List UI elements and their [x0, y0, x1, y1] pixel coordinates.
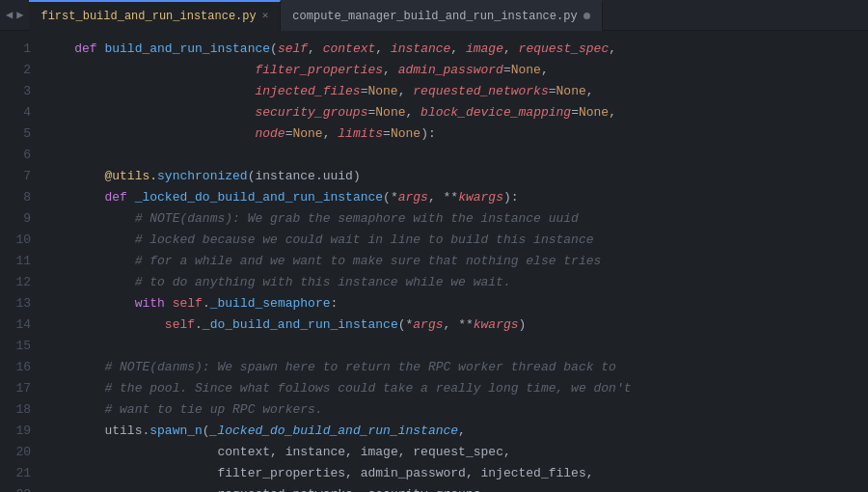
- ln-12: 12: [0, 272, 31, 293]
- line-14: self._do_build_and_run_instance(*args, *…: [44, 317, 526, 332]
- line-11: # for a while and we want to make sure t…: [44, 254, 601, 268]
- close-icon-1[interactable]: ✕: [262, 11, 269, 21]
- line-4: security_groups=None, block_device_mappi…: [44, 105, 616, 120]
- tab-label-1: first_build_and_run_instance.py: [41, 10, 256, 23]
- line-9: # NOTE(danms): We grab the semaphore wit…: [44, 211, 579, 226]
- ln-21: 21: [0, 463, 31, 484]
- right-arrow-icon[interactable]: ▶: [16, 8, 23, 22]
- ln-4: 4: [0, 102, 31, 123]
- line-10: # locked because we could wait in line t…: [44, 232, 594, 247]
- line-17: # the pool. Since what follows could tak…: [44, 381, 632, 396]
- code-area: 1 2 3 4 5 6 7 8 9 10 11 12 13 14 15 16 1…: [0, 31, 868, 492]
- tab-dot-2: [583, 13, 590, 19]
- ln-22: 22: [0, 484, 31, 492]
- ln-6: 6: [0, 145, 31, 166]
- line-21: filter_properties, admin_password, injec…: [44, 466, 594, 480]
- ln-8: 8: [0, 187, 31, 208]
- line-13: with self._build_semaphore:: [44, 296, 338, 311]
- ln-14: 14: [0, 314, 31, 336]
- tab-label-2: compute_manager_build_and_run_instance.p…: [292, 10, 577, 23]
- line-7: @utils.synchronized(instance.uuid): [44, 169, 361, 183]
- ln-2: 2: [0, 60, 31, 81]
- ln-16: 16: [0, 357, 31, 378]
- line-numbers: 1 2 3 4 5 6 7 8 9 10 11 12 13 14 15 16 1…: [0, 31, 41, 492]
- line-3: injected_files=None, requested_networks=…: [44, 84, 594, 98]
- ln-15: 15: [0, 336, 31, 357]
- line-5: node=None, limits=None):: [44, 126, 436, 141]
- ln-10: 10: [0, 230, 31, 251]
- code-content[interactable]: def build_and_run_instance(self, context…: [41, 31, 868, 492]
- ln-7: 7: [0, 166, 31, 187]
- line-8: def _locked_do_build_and_run_instance(*a…: [44, 190, 519, 205]
- line-18: # want to tie up RPC workers.: [44, 402, 323, 417]
- ln-11: 11: [0, 251, 31, 272]
- line-16: # NOTE(danms): We spawn here to return t…: [44, 360, 616, 374]
- ln-9: 9: [0, 208, 31, 230]
- line-1: def build_and_run_instance(self, context…: [44, 41, 616, 56]
- line-22: requested_networks, security_groups,: [44, 487, 488, 492]
- top-bar: ◀ ▶ first_build_and_run_instance.py ✕ co…: [0, 0, 868, 31]
- ln-13: 13: [0, 293, 31, 314]
- line-20: context, instance, image, request_spec,: [44, 445, 511, 459]
- ln-20: 20: [0, 442, 31, 463]
- nav-arrows[interactable]: ◀ ▶: [0, 8, 29, 22]
- line-2: filter_properties, admin_password=None,: [44, 63, 549, 77]
- left-arrow-icon[interactable]: ◀: [6, 8, 13, 22]
- ln-1: 1: [0, 39, 31, 60]
- tab-first-build[interactable]: first_build_and_run_instance.py ✕: [29, 0, 281, 31]
- line-12: # to do anything with this instance whil…: [44, 275, 511, 289]
- ln-18: 18: [0, 399, 31, 421]
- ln-3: 3: [0, 81, 31, 102]
- ln-19: 19: [0, 421, 31, 442]
- ln-17: 17: [0, 378, 31, 399]
- ln-5: 5: [0, 123, 31, 145]
- line-19: utils.spawn_n(_locked_do_build_and_run_i…: [44, 424, 466, 438]
- tab-compute-manager[interactable]: compute_manager_build_and_run_instance.p…: [281, 0, 602, 31]
